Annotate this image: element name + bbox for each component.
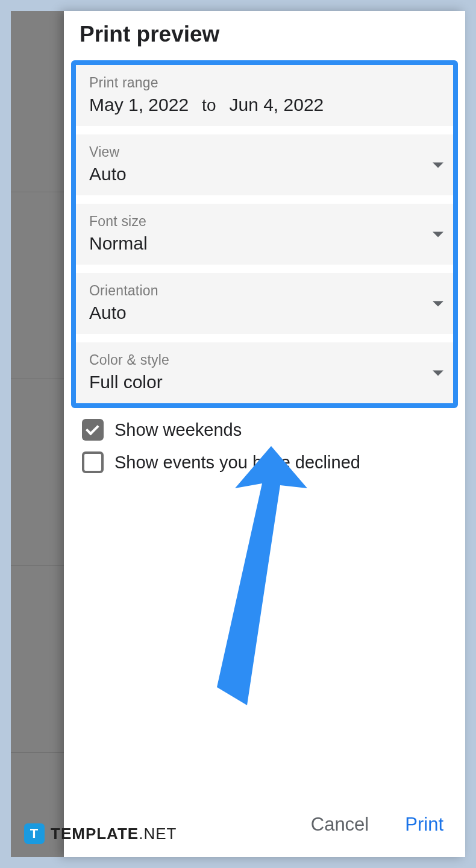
grid-line <box>11 192 64 192</box>
dialog-footer: Cancel Print <box>311 814 443 835</box>
color-style-dropdown[interactable]: Color & style Full color <box>76 342 453 403</box>
orientation-value: Auto <box>89 303 440 323</box>
view-value: Auto <box>89 164 440 184</box>
view-label: View <box>89 144 440 160</box>
print-preview-panel: Print preview Print range May 1, 2022 to… <box>64 11 465 857</box>
background-dim: Print preview Print range May 1, 2022 to… <box>11 11 465 857</box>
print-range-value: May 1, 2022 to Jun 4, 2022 <box>89 95 440 115</box>
chevron-down-icon <box>433 231 443 237</box>
watermark-text1: TEMPLATE <box>51 825 139 843</box>
date-separator: to <box>202 96 216 115</box>
font-size-dropdown[interactable]: Font size Normal <box>76 204 453 265</box>
color-style-label: Color & style <box>89 352 440 368</box>
grid-line <box>11 565 64 566</box>
chevron-down-icon <box>433 370 443 376</box>
font-size-value: Normal <box>89 233 440 254</box>
print-range-label: Print range <box>89 75 440 91</box>
orientation-label: Orientation <box>89 283 440 299</box>
chevron-down-icon <box>433 301 443 306</box>
panel-title: Print preview <box>64 11 465 60</box>
watermark: T TEMPLATE.NET <box>24 823 177 844</box>
orientation-dropdown[interactable]: Orientation Auto <box>76 273 453 334</box>
date-start: May 1, 2022 <box>89 95 189 115</box>
show-weekends-label: Show weekends <box>114 420 242 440</box>
color-style-value: Full color <box>89 372 440 392</box>
watermark-badge-icon: T <box>24 823 45 844</box>
cancel-button[interactable]: Cancel <box>311 814 369 835</box>
show-declined-checkbox[interactable] <box>82 451 104 473</box>
print-range-block[interactable]: Print range May 1, 2022 to Jun 4, 2022 <box>76 65 453 126</box>
date-end: Jun 4, 2022 <box>229 95 324 115</box>
settings-highlight-box: Print range May 1, 2022 to Jun 4, 2022 V… <box>71 60 458 408</box>
chevron-down-icon <box>433 162 443 168</box>
checkmark-icon <box>86 422 99 436</box>
show-declined-row[interactable]: Show events you have declined <box>64 441 465 473</box>
font-size-label: Font size <box>89 213 440 230</box>
watermark-text: TEMPLATE.NET <box>51 825 177 843</box>
show-declined-label: Show events you have declined <box>114 453 360 473</box>
show-weekends-checkbox[interactable] <box>82 419 104 441</box>
grid-line <box>11 752 64 753</box>
watermark-text2: .NET <box>139 825 177 843</box>
view-dropdown[interactable]: View Auto <box>76 134 453 195</box>
print-button[interactable]: Print <box>405 814 443 835</box>
grid-line <box>11 379 64 379</box>
show-weekends-row[interactable]: Show weekends <box>64 408 465 441</box>
